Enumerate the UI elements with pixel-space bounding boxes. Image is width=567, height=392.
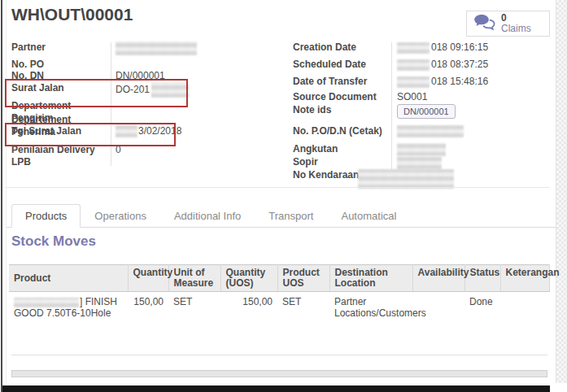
tab-additional-info[interactable]: Additional Info [160,204,255,228]
field-label: Source Document [293,91,392,103]
field-label: No. P.O/D.N (Cetak) [293,125,392,137]
field-penilaian-delivery: Penilaian Delivery 0 [11,144,121,156]
table-row[interactable]: ] FINISH GOOD 7.50T6-10Hole 150,00 SET 1… [9,292,549,324]
field-label: Creation Date [293,41,392,54]
redacted-value [151,82,189,98]
field-value: DO-201 [116,84,150,96]
sheet-left-edge [6,0,7,382]
cell-unit-of-measure: SET [168,292,220,324]
col-unit-of-measure: Unit of Measure [168,265,220,292]
field-label: Note ids [293,104,392,116]
field-lpb: LPB [11,156,111,168]
field-label: Surat Jalan [11,82,111,94]
tab-transport[interactable]: Transport [255,204,327,228]
field-no-po: No. PO [11,59,111,71]
field-label: Tgl Surat Jalan [11,125,111,137]
redacted-value [14,298,79,307]
field-label: Sopir [293,156,392,168]
field-label: No. PO [11,59,111,71]
window-bottom-bar [2,385,550,392]
field-value: 3/02/2018 [138,125,181,137]
cell-status: Done [465,292,500,324]
horizontal-scrollbar[interactable] [11,370,547,377]
chat-bubbles-icon [473,14,495,34]
cell-product: ] FINISH GOOD 7.50T6-10Hole [9,292,128,324]
redacted-value [397,59,430,71]
claims-button[interactable]: 0 Claims [466,11,550,37]
redacted-value [116,125,137,137]
col-availability: Availability [412,265,465,292]
field-no-kendaraan: No Kendaraan [293,169,454,189]
field-label: Angkutan [293,143,392,155]
tab-operations[interactable]: Operations [81,204,160,228]
redacted-value [358,169,454,189]
col-quantity: Quantity [128,265,168,292]
content-divider [11,355,547,355]
page-title: WH\OUT\00001 [11,5,133,24]
notebook-tabs: Products Operations Additional Info Tran… [7,204,556,228]
field-value: SO001 [397,91,427,103]
col-destination-location: Destination Location [329,265,412,292]
field-value: 018 08:37:25 [431,59,488,71]
redacted-value [397,42,430,54]
section-title: Stock Moves [11,233,96,250]
col-keterangan: Keterangan [500,265,549,292]
field-no-podn-cetak: No. P.O/D.N (Cetak) [293,125,464,137]
field-label: Date of Transfer [293,76,392,88]
field-label: Penilaian Delivery [11,144,111,156]
cell-product-uos: SET [277,292,329,324]
form-divider [7,187,550,188]
col-status: Status [465,265,500,292]
delivery-order-form: WH\OUT\00001 0 Claims Partner No. PO No.… [0,0,567,392]
field-creation-date: Creation Date 018 09:16:15 [293,41,488,54]
field-partner: Partner [11,41,197,55]
note-tag: DN/000001 [397,104,456,119]
field-label: Partner [11,41,111,54]
col-product: Product [9,265,128,292]
col-product-uos: Product UOS [277,265,329,292]
tab-products[interactable]: Products [11,204,81,228]
field-source-document: Source Document SO001 [293,91,427,103]
redacted-value [397,143,446,156]
col-quantity-uos: Quantity (UOS) [220,265,277,292]
table-header-row: Product Quantity Unit of Measure Quantit… [9,265,549,292]
field-note-ids: Note ids DN/000001 [293,104,456,119]
field-value: 018 15:48:16 [431,76,488,88]
cell-keterangan [500,292,549,324]
redacted-value [397,125,464,137]
tab-automatical[interactable]: Automatical [327,204,410,228]
field-scheduled-date: Scheduled Date 018 08:37:25 [293,59,488,71]
window-left-border [1,0,2,392]
field-value: DN/000001 [116,70,165,82]
field-date-of-transfer: Date of Transfer 018 15:48:16 [293,76,488,88]
right-gutter [556,0,567,383]
field-label: No. DN [11,70,111,82]
stock-moves-table: Product Quantity Unit of Measure Quantit… [9,264,550,323]
field-value: 0 [116,144,121,156]
field-surat-jalan: Surat Jalan DO-201 [11,82,189,98]
field-label: Scheduled Date [293,59,392,71]
cell-destination-location: Partner Locations/Customers [329,292,412,324]
field-tgl-surat-jalan: Tgl Surat Jalan 3/02/2018 [11,125,181,137]
field-angkutan: Angkutan [293,143,446,156]
field-label: LPB [11,156,111,168]
cell-quantity-uos: 150,00 [220,292,277,324]
redacted-value [116,41,197,55]
redacted-value [397,76,430,88]
cell-quantity: 150,00 [128,292,168,324]
field-no-dn: No. DN DN/000001 [11,70,165,82]
claims-label: Claims [501,24,531,34]
field-value: 018 09:16:15 [431,41,488,54]
